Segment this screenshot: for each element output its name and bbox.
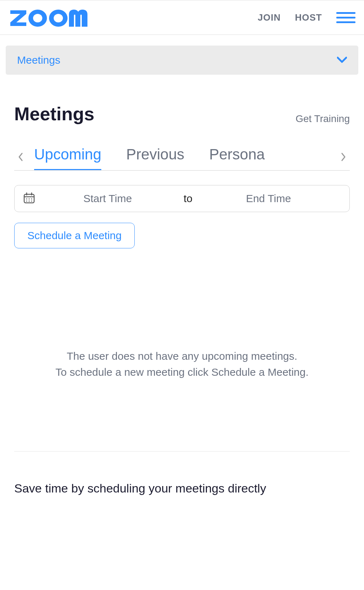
empty-state-line1: The user does not have any upcoming meet… [14, 348, 350, 364]
section-dropdown[interactable]: Meetings [6, 46, 358, 75]
host-link[interactable]: HOST [295, 12, 322, 23]
tab-scroll-left-icon[interactable] [14, 152, 27, 164]
footer-promo-text: Save time by scheduling your meetings di… [14, 480, 350, 497]
svg-point-8 [26, 199, 27, 200]
svg-point-9 [29, 199, 30, 200]
svg-point-11 [26, 201, 27, 202]
page-title: Meetings [14, 103, 94, 125]
tab-previous[interactable]: Previous [126, 146, 184, 170]
end-time-input[interactable] [196, 193, 341, 205]
divider [14, 451, 350, 452]
svg-point-12 [29, 201, 30, 202]
tabs-container: Upcoming Previous Persona [14, 146, 350, 171]
get-training-link[interactable]: Get Training [295, 113, 350, 125]
tab-personal[interactable]: Persona [209, 146, 265, 170]
chevron-down-icon [337, 54, 347, 66]
page-header: Meetings Get Training [0, 85, 364, 125]
section-dropdown-label: Meetings [17, 54, 60, 66]
header-nav: JOIN HOST [258, 12, 355, 23]
calendar-icon [23, 192, 35, 205]
tab-scroll-right-icon[interactable] [333, 152, 350, 164]
svg-point-3 [54, 14, 63, 22]
tab-upcoming[interactable]: Upcoming [34, 146, 101, 170]
zoom-logo[interactable] [9, 7, 94, 27]
schedule-meeting-button[interactable]: Schedule a Meeting [14, 223, 135, 248]
svg-point-10 [31, 199, 32, 200]
app-header: JOIN HOST [0, 0, 364, 35]
empty-state-line2: To schedule a new meeting click Schedule… [14, 364, 350, 380]
date-range-picker[interactable]: to [14, 185, 350, 212]
hamburger-menu-icon[interactable] [336, 12, 355, 23]
date-range-to-label: to [180, 193, 196, 205]
empty-state: The user does not have any upcoming meet… [14, 348, 350, 380]
join-link[interactable]: JOIN [258, 12, 281, 23]
svg-point-13 [31, 201, 32, 202]
svg-point-1 [33, 14, 42, 22]
start-time-input[interactable] [35, 193, 180, 205]
tabs: Upcoming Previous Persona [27, 146, 350, 170]
